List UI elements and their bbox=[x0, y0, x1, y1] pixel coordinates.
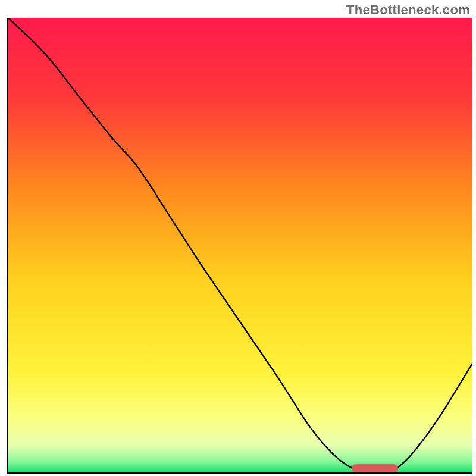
line-layer bbox=[8, 18, 472, 472]
optimal-range-marker bbox=[352, 464, 398, 472]
attribution-label: TheBottleneck.com bbox=[346, 2, 470, 18]
bottleneck-curve bbox=[8, 18, 472, 472]
bottleneck-chart: TheBottleneck.com bbox=[0, 0, 476, 476]
plot-area bbox=[7, 18, 472, 474]
